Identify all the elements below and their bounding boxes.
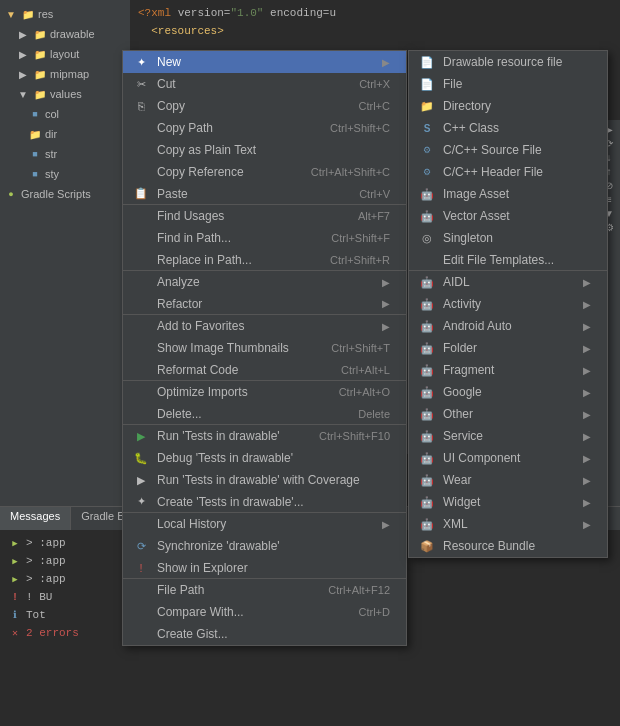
menu-item-copy-ref[interactable]: Copy Reference Ctrl+Alt+Shift+C <box>123 161 406 183</box>
tree-label-str: str <box>45 148 57 160</box>
aidl-icon: 🤖 <box>417 274 437 290</box>
row-text-errors: 2 errors <box>26 627 79 639</box>
menu-item-replace-path[interactable]: Replace in Path... Ctrl+Shift+R <box>123 249 406 271</box>
tree-item-drawable[interactable]: ▶ 📁 drawable <box>0 24 130 44</box>
menu-label-thumbnails: Show Image Thumbnails <box>157 341 331 355</box>
menu-label-create-gist: Create Gist... <box>157 627 390 641</box>
new-submenu-file[interactable]: 📄 File <box>409 73 607 95</box>
find-path-icon <box>131 230 151 246</box>
tree-item-mipmap[interactable]: ▶ 📁 mipmap <box>0 64 130 84</box>
tree-label-values: values <box>50 88 82 100</box>
other-icon: 🤖 <box>417 406 437 422</box>
folder-icon-res: 📁 <box>21 7 35 21</box>
menu-item-compare[interactable]: Compare With... Ctrl+D <box>123 601 406 623</box>
shortcut-find-usages: Alt+F7 <box>358 210 390 222</box>
tree-item-layout[interactable]: ▶ 📁 layout <box>0 44 130 64</box>
tree-item-res[interactable]: ▼ 📁 res <box>0 4 130 24</box>
paste-icon: 📋 <box>131 186 151 202</box>
menu-item-refactor[interactable]: Refactor ▶ <box>123 293 406 315</box>
menu-item-reformat[interactable]: Reformat Code Ctrl+Alt+L <box>123 359 406 381</box>
tree-item-values[interactable]: ▼ 📁 values <box>0 84 130 104</box>
menu-item-paste[interactable]: 📋 Paste Ctrl+V <box>123 183 406 205</box>
wear-arrow: ▶ <box>583 475 591 486</box>
new-submenu-service[interactable]: 🤖 Service ▶ <box>409 425 607 447</box>
new-label-resource-bundle: Resource Bundle <box>443 539 591 553</box>
menu-item-run-tests[interactable]: ▶ Run 'Tests in drawable' Ctrl+Shift+F10 <box>123 425 406 447</box>
new-submenu-cpp-source[interactable]: ⚙ C/C++ Source File <box>409 139 607 161</box>
menu-item-debug-tests[interactable]: 🐛 Debug 'Tests in drawable' <box>123 447 406 469</box>
menu-item-sync[interactable]: ⟳ Synchronize 'drawable' <box>123 535 406 557</box>
shortcut-copy-ref: Ctrl+Alt+Shift+C <box>311 166 390 178</box>
menu-item-copy-plain[interactable]: Copy as Plain Text <box>123 139 406 161</box>
new-submenu-google[interactable]: 🤖 Google ▶ <box>409 381 607 403</box>
new-submenu-directory[interactable]: 📁 Directory <box>409 95 607 117</box>
menu-item-local-history[interactable]: Local History ▶ <box>123 513 406 535</box>
new-submenu: 📄 Drawable resource file 📄 File 📁 Direct… <box>408 50 608 558</box>
menu-item-new[interactable]: ✦ New ▶ <box>123 51 406 73</box>
menu-label-debug-tests: Debug 'Tests in drawable' <box>157 451 390 465</box>
cut-icon: ✂ <box>131 76 151 92</box>
menu-item-delete[interactable]: Delete... Delete <box>123 403 406 425</box>
menu-item-create-tests[interactable]: ✦ Create 'Tests in drawable'... <box>123 491 406 513</box>
shortcut-paste: Ctrl+V <box>359 188 390 200</box>
new-submenu-cpp-class[interactable]: S C++ Class <box>409 117 607 139</box>
tree-item-col[interactable]: ■ col <box>0 104 130 124</box>
new-submenu-resource-bundle[interactable]: 📦 Resource Bundle <box>409 535 607 557</box>
new-submenu-aidl[interactable]: 🤖 AIDL ▶ <box>409 271 607 293</box>
delete-icon <box>131 406 151 422</box>
new-submenu-cpp-header[interactable]: ⚙ C/C++ Header File <box>409 161 607 183</box>
row-text-tot: Tot <box>26 609 46 621</box>
file-icon-str: ■ <box>28 147 42 161</box>
menu-item-cut[interactable]: ✂ Cut Ctrl+X <box>123 73 406 95</box>
new-submenu-ui-component[interactable]: 🤖 UI Component ▶ <box>409 447 607 469</box>
tree-item-str[interactable]: ■ str <box>0 144 130 164</box>
new-label-activity: Activity <box>443 297 575 311</box>
tree-label-dir: dir <box>45 128 57 140</box>
tab-messages[interactable]: Messages <box>0 507 71 530</box>
menu-label-compare: Compare With... <box>157 605 359 619</box>
new-submenu-vector-asset[interactable]: 🤖 Vector Asset <box>409 205 607 227</box>
tree-item-gradle[interactable]: ● Gradle Scripts <box>0 184 130 204</box>
new-submenu-drawable[interactable]: 📄 Drawable resource file <box>409 51 607 73</box>
xml-icon: 🤖 <box>417 516 437 532</box>
new-submenu-edit-templates[interactable]: Edit File Templates... <box>409 249 607 271</box>
android-auto-arrow: ▶ <box>583 321 591 332</box>
menu-item-copy-path[interactable]: Copy Path Ctrl+Shift+C <box>123 117 406 139</box>
menu-item-find-path[interactable]: Find in Path... Ctrl+Shift+F <box>123 227 406 249</box>
menu-item-add-favorites[interactable]: Add to Favorites ▶ <box>123 315 406 337</box>
menu-item-file-path[interactable]: File Path Ctrl+Alt+F12 <box>123 579 406 601</box>
folder-icon: ▼ <box>4 7 18 21</box>
tree-label-res: res <box>38 8 53 20</box>
new-submenu-activity[interactable]: 🤖 Activity ▶ <box>409 293 607 315</box>
menu-item-coverage[interactable]: ▶ Run 'Tests in drawable' with Coverage <box>123 469 406 491</box>
new-submenu-wear[interactable]: 🤖 Wear ▶ <box>409 469 607 491</box>
triangle-icon-3: ▶ <box>16 67 30 81</box>
refactor-icon <box>131 296 151 312</box>
analyze-icon <box>131 274 151 290</box>
menu-item-analyze[interactable]: Analyze ▶ <box>123 271 406 293</box>
tree-label-layout: layout <box>50 48 79 60</box>
new-submenu-android-auto[interactable]: 🤖 Android Auto ▶ <box>409 315 607 337</box>
new-submenu-image-asset[interactable]: 🤖 Image Asset <box>409 183 607 205</box>
directory-icon: 📁 <box>417 98 437 114</box>
activity-icon: 🤖 <box>417 296 437 312</box>
new-label-google: Google <box>443 385 575 399</box>
new-submenu-other[interactable]: 🤖 Other ▶ <box>409 403 607 425</box>
new-submenu-singleton[interactable]: ◎ Singleton <box>409 227 607 249</box>
file-path-icon <box>131 582 151 598</box>
menu-item-thumbnails[interactable]: Show Image Thumbnails Ctrl+Shift+T <box>123 337 406 359</box>
folder-icon-drawable: 📁 <box>33 27 47 41</box>
menu-item-create-gist[interactable]: Create Gist... <box>123 623 406 645</box>
menu-item-find-usages[interactable]: Find Usages Alt+F7 <box>123 205 406 227</box>
tree-item-sty[interactable]: ■ sty <box>0 164 130 184</box>
new-submenu-folder[interactable]: 🤖 Folder ▶ <box>409 337 607 359</box>
new-submenu-widget[interactable]: 🤖 Widget ▶ <box>409 491 607 513</box>
new-submenu-xml[interactable]: 🤖 XML ▶ <box>409 513 607 535</box>
new-submenu-fragment[interactable]: 🤖 Fragment ▶ <box>409 359 607 381</box>
menu-item-copy[interactable]: ⎘ Copy Ctrl+C <box>123 95 406 117</box>
file-icon-col: ■ <box>28 107 42 121</box>
tree-item-dir[interactable]: 📁 dir <box>0 124 130 144</box>
menu-item-show-explorer[interactable]: ! Show in Explorer <box>123 557 406 579</box>
vector-asset-icon: 🤖 <box>417 208 437 224</box>
menu-item-optimize[interactable]: Optimize Imports Ctrl+Alt+O <box>123 381 406 403</box>
